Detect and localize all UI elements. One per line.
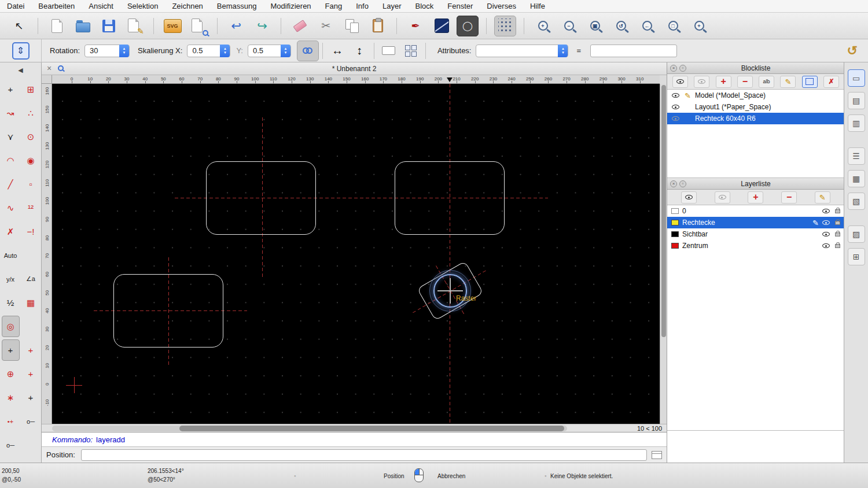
snap-fraction-button[interactable]: ½ <box>2 292 20 313</box>
snap-center-button[interactable]: ⊙ <box>22 126 40 147</box>
detach-panel-icon[interactable]: ▫ <box>679 65 686 72</box>
snap-auto-button[interactable]: Auto <box>2 245 20 266</box>
menu-layer[interactable]: Layer <box>382 2 402 10</box>
snap-intersection-button[interactable]: ✗ <box>2 221 20 242</box>
layer-visibility-icon[interactable] <box>822 243 830 248</box>
layer-row[interactable]: Zentrum <box>667 240 844 252</box>
rectangle-block-2[interactable] <box>395 161 505 235</box>
detach-panel-icon[interactable]: ▫ <box>679 180 686 187</box>
library-browser-button[interactable]: ☰ <box>848 147 865 165</box>
edit-block-button[interactable]: ✎ <box>780 76 796 88</box>
layer-visibility-icon[interactable] <box>822 220 830 225</box>
menu-zeichnen[interactable]: Zeichnen <box>172 2 203 10</box>
ellipse-tool-button[interactable]: ◯ <box>457 16 479 36</box>
single-insert-button[interactable] <box>378 40 400 61</box>
target-point-button[interactable]: ◎ <box>2 316 20 337</box>
drawing-canvas[interactable]: Raster <box>52 84 660 424</box>
auto-zoom-button[interactable]: ▣ <box>584 16 606 36</box>
layer-row[interactable]: Rechtecke✎ <box>667 217 844 228</box>
paste-button[interactable] <box>367 16 389 36</box>
horizontal-scrollbar[interactable] <box>52 426 567 431</box>
rectangle-block-3[interactable] <box>113 274 223 347</box>
restrict-orthogonal-button[interactable]: y/x <box>2 268 20 290</box>
zoom-previous-button[interactable]: ↺ <box>610 16 632 36</box>
flip-vertical-button[interactable]: ↕ <box>348 40 370 61</box>
dot-plus-button[interactable]: •+ <box>2 411 20 432</box>
layer-lock-icon[interactable] <box>835 244 840 248</box>
delete-eraser-button[interactable] <box>289 16 311 36</box>
selection-filter-button[interactable]: ▧ <box>848 193 865 210</box>
close-panel-icon[interactable]: × <box>670 65 677 72</box>
pan-view-button[interactable]: + <box>688 16 710 36</box>
snap-tangent-button[interactable]: ◠ <box>2 150 20 171</box>
crosshair-plus-button[interactable]: + <box>22 339 40 361</box>
plus-point-button[interactable]: + <box>22 387 40 408</box>
collapse-panel-button[interactable]: ◀ <box>0 62 41 77</box>
layer-lock-icon[interactable] <box>835 221 840 225</box>
pointer-tool-button[interactable]: ↖ <box>8 16 30 36</box>
block-row[interactable]: ✎Model (*Model_Space) <box>667 90 844 101</box>
property-pen-button[interactable]: ✒ <box>404 16 426 36</box>
snap-free-button[interactable]: + <box>2 79 20 100</box>
lock-relative-zero-button[interactable]: o─ <box>22 411 40 432</box>
zoom-out-button[interactable]: − <box>558 16 580 36</box>
crosshair-box-button[interactable]: ▦ <box>22 292 40 313</box>
restrict-angle-button[interactable]: ∠a <box>22 268 40 290</box>
copy-button[interactable] <box>341 16 363 36</box>
layer-row[interactable]: 0 <box>667 205 844 217</box>
snap-box-button[interactable]: ▫ <box>22 173 40 195</box>
zoom-in-button[interactable]: + <box>532 16 554 36</box>
layer-lock-icon[interactable] <box>835 232 840 236</box>
block-visibility-icon[interactable] <box>671 105 681 109</box>
layer-row[interactable]: Sichtbar <box>667 228 844 240</box>
close-block-edit-button[interactable]: ✗ <box>823 76 839 88</box>
stepper-icon[interactable]: ▲▼ <box>558 45 568 57</box>
attribute-value-input[interactable] <box>590 45 677 57</box>
rotation-dropdown[interactable]: 30 ▲▼ <box>84 45 130 57</box>
notes-panel-button[interactable]: ▨ <box>848 225 865 243</box>
snap-points-button[interactable]: ∴ <box>22 102 40 124</box>
construction-lines-button[interactable]: ∗ <box>2 387 20 408</box>
menu-info[interactable]: Info <box>356 2 369 10</box>
print-preview-button[interactable] <box>187 16 209 36</box>
blocks-toggle-hidden-button[interactable] <box>694 76 709 88</box>
block-row[interactable]: Layout1 (*Paper_Space) <box>667 101 844 113</box>
block-edit-icon[interactable]: ✎ <box>683 92 693 99</box>
block-visibility-icon[interactable] <box>671 116 681 121</box>
dimension-line-button[interactable] <box>431 16 453 36</box>
layer-lock-icon[interactable] <box>835 209 840 213</box>
attributes-dropdown[interactable]: ▲▼ <box>476 45 568 57</box>
remove-layer-button[interactable]: − <box>781 191 797 204</box>
svg-export-button[interactable]: SVG <box>161 16 183 36</box>
menu-bemassung[interactable]: Bemassung <box>217 2 257 10</box>
scale-x-dropdown[interactable]: 0.5 ▲▼ <box>187 45 230 57</box>
menu-block[interactable]: Block <box>415 2 433 10</box>
snap-endpoint-button[interactable]: ↝ <box>2 102 20 124</box>
layer-visibility-icon[interactable] <box>822 209 830 213</box>
snap-on-entity-button[interactable]: ╱ <box>2 173 20 195</box>
close-drawing-icon[interactable]: × <box>47 64 52 73</box>
stepper-icon[interactable]: ▲▼ <box>119 45 129 57</box>
menu-ansicht[interactable]: Ansicht <box>89 2 113 10</box>
clipboard-panel-button[interactable]: ⊞ <box>848 248 865 265</box>
snap-reference-button[interactable]: ◉ <box>22 150 40 171</box>
menu-hilfe[interactable]: Hilfe <box>530 2 545 10</box>
vertical-scrollbar[interactable] <box>660 84 667 424</box>
zoom-back-button[interactable]: ← <box>636 16 658 36</box>
command-history-button[interactable]: ▦ <box>848 170 865 187</box>
flip-horizontal-button[interactable]: ↔ <box>326 40 348 61</box>
block-list-toggle-button[interactable]: ▥ <box>848 114 865 132</box>
undo-button[interactable]: ↩ <box>225 16 247 36</box>
property-editor-button[interactable]: ▭ <box>848 69 865 87</box>
expand-command-icon[interactable] <box>652 451 662 459</box>
stepper-icon[interactable]: ▲▼ <box>281 45 290 57</box>
point-plus-button[interactable]: + <box>22 363 40 385</box>
layers-toggle-hidden-button[interactable] <box>715 191 730 204</box>
new-document-button[interactable] <box>46 16 68 36</box>
snap-distance-button[interactable]: ¹² <box>22 197 40 219</box>
block-visibility-icon[interactable] <box>671 93 681 98</box>
add-layer-button[interactable]: + <box>748 191 763 204</box>
open-file-button[interactable] <box>72 16 94 36</box>
restrict-off-button[interactable]: −! <box>22 221 40 242</box>
menu-bearbeiten[interactable]: Bearbeiten <box>38 2 75 10</box>
